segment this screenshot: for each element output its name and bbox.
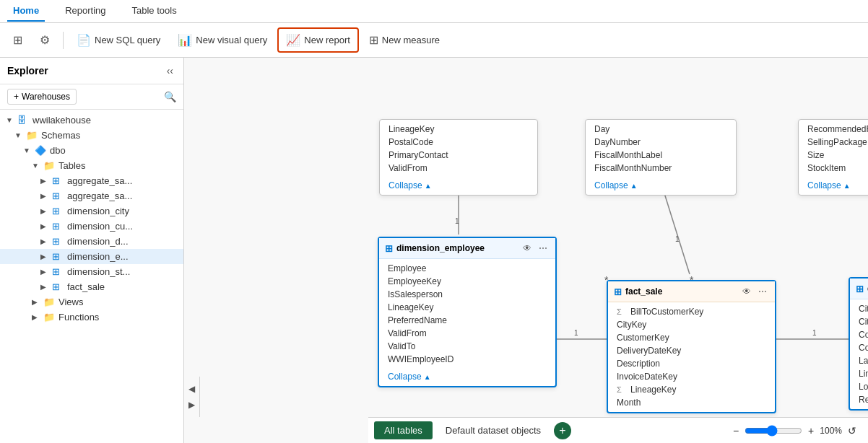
fact-table-icon: ⊞: [614, 286, 622, 297]
table-icon: ⊞: [52, 236, 65, 247]
table-row-region: Region: [850, 393, 868, 406]
sidebar-item-aggregate-sa2[interactable]: ▶ ⊞ aggregate_sa...: [0, 188, 183, 203]
toolbar-divider-1: [63, 32, 64, 49]
database-icon: 🗄: [17, 115, 30, 126]
warehouse-btn-label: Warehouses: [22, 92, 70, 102]
table-row-city: City: [850, 302, 868, 315]
canvas-nav-right-btn[interactable]: ▶: [187, 398, 196, 411]
new-measure-btn[interactable]: ⊞ New measure: [362, 29, 447, 51]
sidebar-item-dimension-d[interactable]: ▶ ⊞ dimension_d...: [0, 234, 183, 249]
new-visual-query-btn[interactable]: 📊 New visual query: [170, 29, 274, 51]
zoom-level: 100%: [820, 426, 842, 436]
sidebar-item-fact-sale[interactable]: ▶ ⊞ fact_sale: [0, 279, 183, 294]
sidebar-item-functions[interactable]: ▶ 📁 Functions: [0, 310, 183, 325]
svg-text:1: 1: [574, 329, 578, 337]
dimension-city-table-icon: ⊞: [856, 284, 864, 294]
table-row-preferredname: PreferredName: [379, 314, 555, 327]
table-row-lineagekey3: LineageKey: [850, 367, 868, 380]
sidebar-item-dimension-e[interactable]: ▶ ⊞ dimension_e...: [0, 249, 183, 264]
dimension-employee-header-actions: 👁 ⋯: [521, 242, 550, 254]
chevron-right-icon: ▶: [40, 192, 52, 200]
collapse-top-left-btn[interactable]: Collapse ▲: [380, 177, 537, 195]
fact-sale-more-btn[interactable]: ⋯: [756, 286, 769, 297]
sidebar-item-dimension-city[interactable]: ▶ ⊞ dimension_city: [0, 203, 183, 219]
sidebar-collapse-btn[interactable]: ‹‹: [164, 63, 176, 78]
fact-sale-card: ⊞ fact_sale 👁 ⋯ ΣBillToCustomerKey CityK…: [607, 280, 776, 413]
chevron-down-icon: ▼: [23, 146, 35, 154]
zoom-in-btn[interactable]: +: [805, 424, 817, 438]
add-warehouse-btn[interactable]: + Warehouses: [7, 89, 77, 105]
collapse-top-right-btn[interactable]: Collapse ▲: [799, 177, 868, 195]
folder-icon: 📁: [26, 130, 39, 141]
toolbar-icon1-btn[interactable]: ⊞: [6, 29, 30, 51]
table-row-citykey2: CityKey: [850, 315, 868, 328]
fact-sale-body: ΣBillToCustomerKey CityKey CustomerKey D…: [608, 302, 775, 412]
table-row: ValidFrom: [380, 162, 537, 175]
nav-tab-table-tools[interactable]: Table tools: [126, 1, 183, 22]
add-tab-btn[interactable]: +: [554, 422, 571, 439]
chevron-down-icon: ▼: [32, 162, 43, 170]
table-icon: ⊞: [52, 206, 65, 216]
dimension-employee-header: ⊞ dimension_employee 👁 ⋯: [379, 238, 555, 259]
collapse-top-middle-btn[interactable]: Collapse ▲: [586, 177, 736, 195]
table-icon: ⊞: [52, 190, 65, 201]
measure-icon: ⊞: [369, 33, 378, 47]
table-row-description: Description: [608, 357, 775, 370]
dimension-city-header: ⊞ dimension_city 👁 ⋯: [850, 278, 868, 299]
new-sql-query-btn[interactable]: 📄 New SQL query: [69, 29, 168, 51]
table-row: Day: [586, 123, 736, 136]
sidebar-item-views[interactable]: ▶ 📁 Views: [0, 294, 183, 310]
table-icon: ⊞: [52, 266, 65, 277]
zoom-refresh-btn[interactable]: ↺: [845, 424, 859, 438]
zoom-controls: − + 100% ↺: [721, 417, 868, 443]
table-card-top-right-body: RecommendedRetailPrice SellingPackage Si…: [799, 120, 868, 177]
chevron-right-icon: ▶: [40, 268, 52, 276]
table-card-top-left: LineageKey PostalCode PrimaryContact Val…: [379, 119, 538, 196]
nav-tab-reporting[interactable]: Reporting: [59, 1, 111, 22]
tab-all-tables[interactable]: All tables: [374, 421, 433, 439]
sidebar-item-dbo[interactable]: ▼ 🔷 dbo: [0, 143, 183, 158]
sidebar-item-aggregate-sa1[interactable]: ▶ ⊞ aggregate_sa...: [0, 173, 183, 188]
tab-default-dataset[interactable]: Default dataset objects: [435, 421, 551, 439]
search-btn[interactable]: 🔍: [164, 91, 176, 102]
table-row-validto: ValidTo: [379, 340, 555, 353]
fact-sale-eye-btn[interactable]: 👁: [740, 286, 753, 297]
svg-text:1: 1: [812, 329, 817, 337]
toolbar-settings-btn[interactable]: ⚙: [32, 29, 57, 51]
canvas-area: 1 1 1 1 1 * * * LineageKey PostalCode Pr…: [184, 58, 868, 443]
main-layout: Explorer ‹‹ + Warehouses 🔍 ▼ 🗄 wwilakeho…: [0, 58, 868, 443]
chevron-up-icon: ▲: [424, 373, 431, 381]
table-row: PostalCode: [380, 136, 537, 149]
sidebar-header: Explorer ‹‹: [0, 58, 183, 84]
table-row: PrimaryContact: [380, 149, 537, 162]
table-row-lineagekey2: ΣLineageKey: [608, 383, 775, 396]
table-row-billtocustomerkey: ΣBillToCustomerKey: [608, 305, 775, 318]
table-row-issalesperson: IsSalesperson: [379, 288, 555, 301]
sidebar-item-wwilakehouse[interactable]: ▼ 🗄 wwilakehouse: [0, 113, 183, 128]
collapse-dimension-employee-btn[interactable]: Collapse ▲: [379, 369, 555, 386]
report-icon: 📈: [286, 33, 300, 47]
table-row: SellingPackage: [799, 136, 868, 149]
folder-icon: 📁: [43, 160, 56, 171]
canvas-nav-left: ◀ ▶: [184, 377, 200, 417]
dimension-employee-eye-btn[interactable]: 👁: [521, 242, 534, 254]
nav-tab-home[interactable]: Home: [7, 1, 45, 22]
dimension-employee-card: ⊞ dimension_employee 👁 ⋯ Employee Employ…: [378, 237, 557, 387]
new-report-btn[interactable]: 📈 New report: [277, 27, 359, 53]
sidebar-item-schemas[interactable]: ▼ 📁 Schemas: [0, 128, 183, 143]
zoom-out-btn[interactable]: −: [730, 424, 742, 438]
sidebar-item-dimension-st[interactable]: ▶ ⊞ dimension_st...: [0, 264, 183, 279]
zoom-slider[interactable]: [745, 425, 802, 437]
table-row: DayNumber: [586, 136, 736, 149]
sidebar-item-tables[interactable]: ▼ 📁 Tables: [0, 158, 183, 173]
sidebar-item-dimension-cu[interactable]: ▶ ⊞ dimension_cu...: [0, 219, 183, 234]
table-card-top-right: RecommendedRetailPrice SellingPackage Si…: [798, 119, 868, 196]
chevron-right-icon: ▶: [40, 222, 52, 230]
chevron-right-icon: ▶: [40, 207, 52, 215]
table-row-country: Country: [850, 341, 868, 354]
canvas-nav-left-btn[interactable]: ◀: [187, 382, 196, 395]
table-card-top-middle: Day DayNumber FiscalMonthLabel FiscalMon…: [585, 119, 737, 196]
svg-text:1: 1: [455, 217, 459, 225]
dimension-employee-more-btn[interactable]: ⋯: [537, 242, 550, 254]
dimension-city-card: ⊞ dimension_city 👁 ⋯ City CityKey Contin…: [849, 277, 868, 411]
